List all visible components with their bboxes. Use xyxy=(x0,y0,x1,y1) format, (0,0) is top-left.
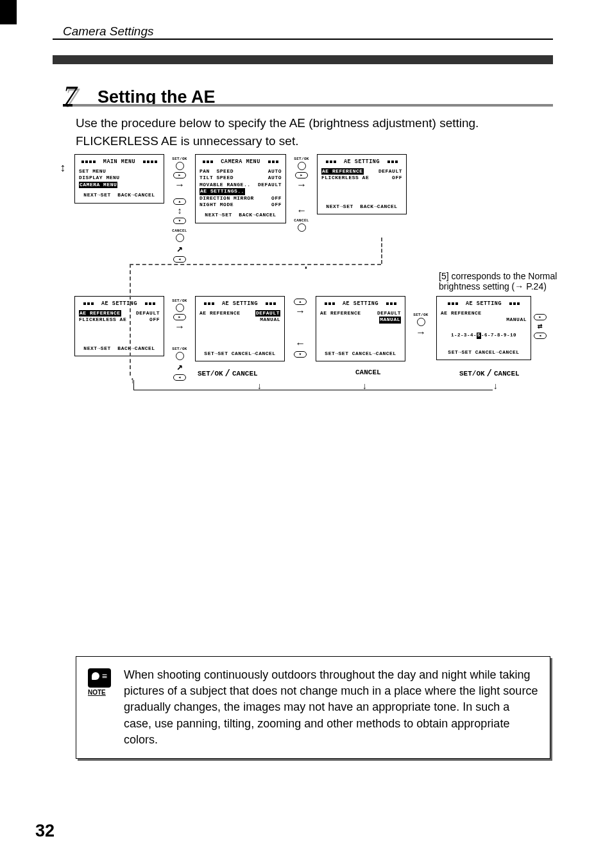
right-button-icon xyxy=(173,172,186,178)
cancel-button-icon xyxy=(176,234,184,242)
setok-button-icon xyxy=(176,162,184,170)
right-lr-controls: ⇄ xyxy=(531,296,549,339)
setok-button-icon xyxy=(176,352,184,360)
header-rule xyxy=(53,39,553,40)
section-number: 7 7 xyxy=(63,82,83,112)
page-tab xyxy=(0,0,17,24)
left-button-icon xyxy=(173,256,186,263)
scale-annotation: [5] corresponds to the Normal brightness… xyxy=(439,271,567,291)
down-button-icon xyxy=(173,218,186,224)
return-combo-3: SET/OK / CANCEL xyxy=(459,369,520,379)
return-combo-1: SET/OK / CANCEL xyxy=(198,369,258,379)
screen-ae-setting-4: AE SETTING AE REFERENCEDEFAULTMANUAL SET… xyxy=(316,296,405,361)
setok-button-icon xyxy=(417,318,425,326)
screen-camera-menu: CAMERA MENU PAN SPEEDAUTO TILT SPEEDAUTO… xyxy=(195,154,286,223)
screen-main-menu: MAIN MENU SET MENU DISPLAY MENU CAMERA M… xyxy=(74,154,164,204)
right-button-icon xyxy=(173,314,186,320)
section-header: Camera Settings xyxy=(63,24,154,39)
up-button-icon xyxy=(173,198,186,205)
screen-ae-setting-2: AE SETTING AE REFERENCEDEFAULT FLICKERLE… xyxy=(74,296,164,356)
note-icon xyxy=(88,668,111,688)
screen-ae-setting-5: AE SETTING AE REFERENCE MANUAL 1-2-3-4-5… xyxy=(436,296,531,360)
page-number: 32 xyxy=(35,821,55,841)
note-text: When shooting continuously outdoors thro… xyxy=(124,667,538,748)
intro-paragraph: Use the procedure below to specify the A… xyxy=(76,114,548,150)
left-button-icon xyxy=(534,333,547,339)
setok-button-icon xyxy=(176,304,184,312)
setok-button-icon xyxy=(298,162,306,170)
screen-ae-setting-1: AE SETTING AE REFERENCEDEFAULT FLICKERLE… xyxy=(317,154,407,214)
right-button-icon xyxy=(295,172,308,178)
title-underline xyxy=(63,104,553,107)
note-box: NOTE When shooting continuously outdoors… xyxy=(76,656,550,759)
up-down-controls: ↕ xyxy=(51,154,74,177)
return-combo-2: CANCEL xyxy=(355,369,381,377)
section-title-row: 7 7 Setting the AE xyxy=(63,82,216,112)
menu-flow-diagram: ↕ MAIN MENU SET MENU DISPLAY MENU CAMERA… xyxy=(51,154,561,381)
connector-4: → ← xyxy=(285,296,316,358)
header-bar xyxy=(53,55,553,64)
cancel-button-icon xyxy=(298,223,306,232)
down-button-icon xyxy=(294,351,307,358)
connector-5: SET/OK → xyxy=(405,296,436,338)
right-button-icon xyxy=(534,314,547,320)
screen-ae-setting-3: AE SETTING AE REFERENCEDEFAULTMANUAL SET… xyxy=(195,296,285,361)
note-label: NOTE xyxy=(88,689,111,696)
connector-2: SET/OK → ← CANCEL xyxy=(286,154,317,232)
up-button-icon xyxy=(294,299,307,305)
connector-3: SET/OK → SET/OK ↗ xyxy=(164,296,195,381)
connector-1: SET/OK → ↕ CANCEL ↗ xyxy=(164,154,195,263)
